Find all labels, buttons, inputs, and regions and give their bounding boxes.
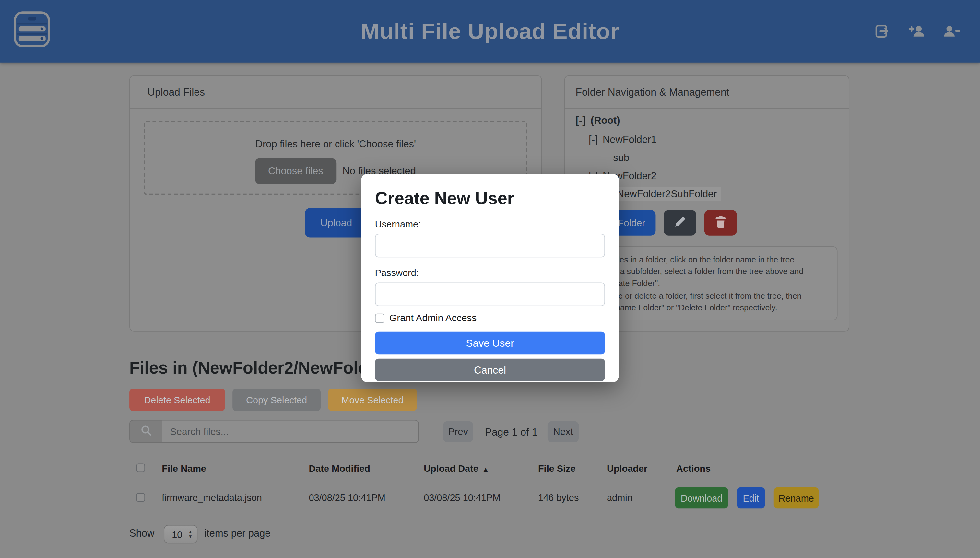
download-button[interactable]: Download <box>675 487 728 509</box>
select-all-checkbox[interactable] <box>136 464 145 473</box>
page-title: Multi File Upload Editor <box>0 18 980 44</box>
modal-title: Create New User <box>375 189 605 209</box>
password-field[interactable] <box>375 282 605 306</box>
remove-user-icon[interactable] <box>942 23 960 39</box>
search-input[interactable] <box>162 420 419 443</box>
help-line: click "Create Folder". <box>584 278 829 290</box>
row-checkbox[interactable] <box>136 493 145 502</box>
tree-item-label[interactable]: sub <box>613 152 629 163</box>
delete-selected-button[interactable]: Delete Selected <box>129 389 225 411</box>
username-field[interactable] <box>375 234 605 257</box>
cell-upload-date: 03/08/25 10:41PM <box>424 492 500 503</box>
add-user-icon[interactable] <box>908 23 926 39</box>
app-header: Multi File Upload Editor <box>0 0 980 62</box>
search-icon-box <box>129 420 163 443</box>
cell-date-modified: 03/08/25 10:41PM <box>309 492 385 503</box>
tree-item-label[interactable]: (Root) <box>591 115 620 126</box>
tree-toggle[interactable]: [-] <box>576 115 586 126</box>
tree-item-root[interactable]: [-](Root) <box>565 110 849 131</box>
items-per-page-value: 10 <box>164 529 182 540</box>
trash-icon-button[interactable] <box>704 210 737 236</box>
next-page-button[interactable]: Next <box>548 421 579 442</box>
edit-button[interactable]: Edit <box>737 487 765 509</box>
sort-asc-icon: ▲ <box>482 465 489 473</box>
upload-panel-title: Upload Files <box>130 75 541 108</box>
upload-button[interactable]: Upload <box>305 208 368 238</box>
save-user-button[interactable]: Save User <box>375 332 605 354</box>
rename-folder-button[interactable] <box>664 210 696 236</box>
help-line: To create a subfolder, select a folder f… <box>584 266 829 278</box>
tree-toggle[interactable]: [-] <box>589 135 597 145</box>
app-root: Multi File Upload Editor <box>0 0 980 558</box>
cell-file-size: 146 bytes <box>538 492 579 503</box>
col-date-modified[interactable]: Date Modified <box>309 463 370 474</box>
search-icon <box>140 425 152 438</box>
create-user-modal: Create New User Username: Password: Gran… <box>361 174 618 382</box>
col-uploader[interactable]: Uploader <box>607 463 647 474</box>
prev-page-button[interactable]: Prev <box>443 421 473 442</box>
col-file-name[interactable]: File Name <box>162 463 206 474</box>
cell-file-name: firmware_metadata.json <box>162 492 262 503</box>
password-label: Password: <box>375 268 605 278</box>
username-label: Username: <box>375 219 605 230</box>
tree-item-sub[interactable]: sub <box>565 149 849 167</box>
help-line: To view files in a folder, click on the … <box>584 254 829 266</box>
choose-files-button[interactable]: Choose files <box>255 158 337 184</box>
tree-item-label-selected[interactable]: NewFolder2SubFolder <box>613 187 721 201</box>
grant-admin-checkbox[interactable] <box>375 313 385 323</box>
items-per-page-label: items per page <box>204 528 270 539</box>
copy-selected-button[interactable]: Copy Selected <box>232 389 321 411</box>
logout-icon[interactable] <box>873 23 891 39</box>
items-per-page-select[interactable]: 10 ▲▼ <box>164 525 197 543</box>
grant-admin-row: Grant Admin Access <box>375 312 605 324</box>
pencil-icon <box>673 215 687 230</box>
cancel-button[interactable]: Cancel <box>375 359 605 381</box>
col-upload-date[interactable]: Upload Date▲ <box>424 463 489 474</box>
folder-panel-title: Folder Navigation & Management <box>565 75 849 108</box>
dropzone-instructions: Drop files here or click 'Choose files' <box>145 139 526 150</box>
help-line: To rename or delete a folder, first sele… <box>584 290 829 302</box>
page-status: Page 1 of 1 <box>477 421 546 442</box>
trash-icon <box>715 215 727 230</box>
move-selected-button[interactable]: Move Selected <box>328 389 417 411</box>
col-actions: Actions <box>676 463 710 474</box>
tree-item-newfolder1[interactable]: [-]NewFolder1 <box>565 131 849 149</box>
rename-button[interactable]: Rename <box>774 487 819 509</box>
tree-item-label[interactable]: NewFolder1 <box>603 135 656 145</box>
help-line: click "Rename Folder" or "Delete Folder"… <box>584 302 829 313</box>
col-file-size[interactable]: File Size <box>538 463 576 474</box>
grant-admin-label: Grant Admin Access <box>389 312 477 324</box>
cell-uploader: admin <box>607 492 633 503</box>
show-label: Show <box>129 528 154 539</box>
header-actions <box>873 23 960 39</box>
col-upload-date-label: Upload Date <box>424 463 478 474</box>
select-stepper-icon: ▲▼ <box>188 530 192 538</box>
